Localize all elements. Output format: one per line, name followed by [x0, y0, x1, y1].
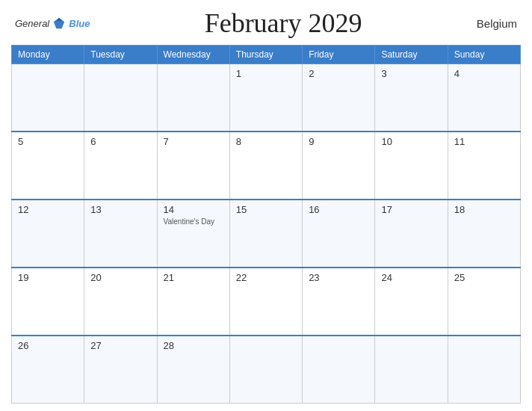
day-cell: 11: [448, 132, 520, 200]
week-row-1: 1 2 3 4: [12, 64, 521, 132]
day-cell: 25: [448, 268, 520, 336]
day-cell: [157, 64, 229, 132]
day-cell: 4: [448, 64, 520, 132]
day-cell: 5: [12, 132, 84, 200]
day-cell: 13: [84, 200, 157, 268]
header-tuesday: Tuesday: [84, 46, 157, 64]
day-cell: 24: [375, 268, 448, 336]
day-cell: 10: [375, 132, 448, 200]
week-row-2: 5 6 7 8 9 10 11: [12, 132, 521, 200]
header-friday: Friday: [303, 46, 375, 64]
day-cell: 8: [229, 132, 302, 200]
header-thursday: Thursday: [229, 46, 302, 64]
day-cell: [84, 64, 157, 132]
day-cell-valentines: 14 Valentine's Day: [157, 200, 229, 268]
header-monday: Monday: [12, 46, 84, 64]
week-row-3: 12 13 14 Valentine's Day 15 16 17 18: [12, 200, 521, 268]
calendar-title: February 2029: [205, 7, 362, 39]
weekday-header-row: Monday Tuesday Wednesday Thursday Friday…: [12, 46, 521, 64]
logo-icon: [52, 16, 66, 30]
day-cell: 15: [229, 200, 302, 268]
calendar-country: Belgium: [477, 17, 517, 30]
day-cell: [375, 336, 448, 404]
day-cell: 2: [303, 64, 375, 132]
day-cell: 18: [448, 200, 520, 268]
day-cell: 6: [84, 132, 157, 200]
header-saturday: Saturday: [375, 46, 448, 64]
header-wednesday: Wednesday: [157, 46, 229, 64]
header-sunday: Sunday: [448, 46, 520, 64]
day-cell: 27: [84, 336, 157, 404]
day-cell: 16: [303, 200, 375, 268]
day-cell: 12: [12, 200, 84, 268]
day-cell: [303, 336, 375, 404]
day-cell: 9: [303, 132, 375, 200]
calendar-table: Monday Tuesday Wednesday Thursday Friday…: [11, 45, 521, 404]
day-cell: [448, 336, 520, 404]
day-cell: 17: [375, 200, 448, 268]
day-cell: [12, 64, 84, 132]
day-cell: 21: [157, 268, 229, 336]
day-cell: 1: [229, 64, 302, 132]
logo-general-text: General: [15, 18, 49, 29]
day-cell: [229, 336, 302, 404]
logo-blue-text: Blue: [69, 18, 90, 29]
week-row-4: 19 20 21 22 23 24 25: [12, 268, 521, 336]
day-cell: 19: [12, 268, 84, 336]
day-cell: 20: [84, 268, 157, 336]
day-cell: 28: [157, 336, 229, 404]
calendar-header: General Blue February 2029 Belgium: [11, 7, 521, 39]
logo: General Blue: [15, 16, 90, 30]
week-row-5: 26 27 28: [12, 336, 521, 404]
day-cell: 26: [12, 336, 84, 404]
calendar-container: General Blue February 2029 Belgium Monda…: [0, 0, 532, 411]
day-cell: 3: [375, 64, 448, 132]
event-valentines: Valentine's Day: [164, 217, 223, 226]
day-cell: 7: [157, 132, 229, 200]
day-cell: 23: [303, 268, 375, 336]
day-cell: 22: [229, 268, 302, 336]
